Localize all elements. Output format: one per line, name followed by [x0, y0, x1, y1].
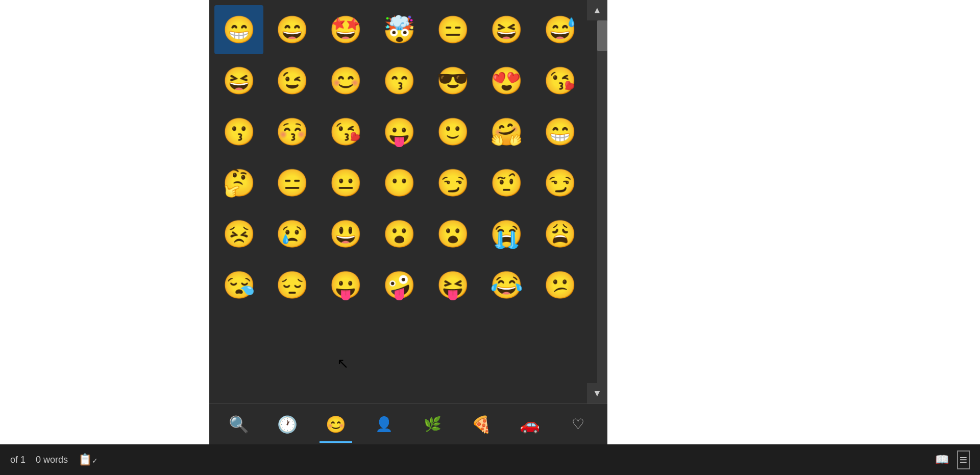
emoji-cell[interactable]: 😭: [482, 209, 531, 258]
status-bar-right: 📖 ≡: [935, 450, 970, 469]
book-view-icon[interactable]: 📖: [935, 453, 949, 466]
category-bar: 🔍 🕐 😊 👤 🌿 🍕 🚗 ♡: [209, 403, 607, 444]
emoji-cell[interactable]: 😶: [375, 158, 424, 207]
emoji-cell[interactable]: 😛: [322, 260, 371, 310]
emoji-cell[interactable]: 😗: [214, 107, 263, 156]
emoji-cell[interactable]: 😛: [375, 107, 424, 156]
emoji-cell[interactable]: 😃: [322, 209, 371, 258]
category-search[interactable]: 🔍: [218, 407, 259, 442]
emoji-cell[interactable]: 😔: [268, 260, 317, 310]
emoji-cell[interactable]: 😁: [214, 5, 263, 54]
emoji-cell[interactable]: 😂: [482, 260, 531, 310]
emoji-cell[interactable]: 😍: [482, 56, 531, 105]
emoji-cell[interactable]: 😮: [428, 209, 477, 258]
emoji-cell[interactable]: 😣: [214, 209, 263, 258]
scrollbar-track[interactable]: [597, 20, 607, 383]
category-people[interactable]: 👤: [364, 407, 405, 442]
emoji-cell[interactable]: 🙂: [428, 107, 477, 156]
emoji-cell[interactable]: 😘: [535, 56, 584, 105]
word-count: 0 words: [36, 455, 68, 465]
emoji-cell[interactable]: 😁: [535, 107, 584, 156]
proofing-icon[interactable]: 📋✓: [78, 453, 98, 466]
emoji-cell[interactable]: 😑: [268, 158, 317, 207]
emoji-cell[interactable]: 😉: [268, 56, 317, 105]
emoji-cell[interactable]: 😑: [428, 5, 477, 54]
emoji-cell[interactable]: 😐: [322, 158, 371, 207]
emoji-grid: 😁😄🤩🤯😑😆😅😆😉😊😙😎😍😘😗😚😘😛🙂🤗😁🤔😑😐😶😏🤨😏😣😢😃😮😮😭😩😪😔😛🤪😝…: [214, 5, 587, 310]
page-info: of 1: [10, 455, 26, 465]
emoji-cell[interactable]: 😆: [214, 56, 263, 105]
scroll-down-button[interactable]: ▼: [587, 383, 607, 403]
emoji-cell[interactable]: 🤨: [482, 158, 531, 207]
emoji-cell[interactable]: 😅: [535, 5, 584, 54]
category-heart[interactable]: ♡: [558, 407, 599, 442]
category-smileys[interactable]: 😊: [315, 407, 356, 442]
scroll-up-button[interactable]: ▲: [587, 0, 607, 20]
emoji-cell[interactable]: 😩: [535, 209, 584, 258]
category-travel[interactable]: 🚗: [509, 407, 550, 442]
emoji-cell[interactable]: 😢: [268, 209, 317, 258]
emoji-cell[interactable]: 😏: [428, 158, 477, 207]
emoji-cell[interactable]: 😆: [482, 5, 531, 54]
category-recent[interactable]: 🕐: [267, 407, 308, 442]
emoji-cell[interactable]: 😝: [428, 260, 477, 310]
emoji-cell[interactable]: 😘: [322, 107, 371, 156]
status-bar: of 1 0 words 📋✓ 📖 ≡: [0, 444, 980, 475]
emoji-cell[interactable]: 😙: [375, 56, 424, 105]
emoji-cell[interactable]: 😄: [268, 5, 317, 54]
emoji-cell[interactable]: 😕: [535, 260, 584, 310]
emoji-cell[interactable]: 😮: [375, 209, 424, 258]
emoji-panel: ▲ 😁😄🤩🤯😑😆😅😆😉😊😙😎😍😘😗😚😘😛🙂🤗😁🤔😑😐😶😏🤨😏😣😢😃😮😮😭😩😪😔😛…: [209, 0, 607, 444]
emoji-cell[interactable]: 🤩: [322, 5, 371, 54]
emoji-cell[interactable]: 🤪: [375, 260, 424, 310]
draft-view-icon[interactable]: ≡: [957, 450, 970, 469]
emoji-cell[interactable]: 😚: [268, 107, 317, 156]
emoji-cell[interactable]: 😊: [322, 56, 371, 105]
emoji-cell[interactable]: 🤔: [214, 158, 263, 207]
emoji-cell[interactable]: 😎: [428, 56, 477, 105]
emoji-cell[interactable]: 🤯: [375, 5, 424, 54]
emoji-cell[interactable]: 😪: [214, 260, 263, 310]
emoji-grid-container: 😁😄🤩🤯😑😆😅😆😉😊😙😎😍😘😗😚😘😛🙂🤗😁🤔😑😐😶😏🤨😏😣😢😃😮😮😭😩😪😔😛🤪😝…: [209, 0, 607, 403]
category-nature[interactable]: 🌿: [412, 407, 453, 442]
emoji-cell[interactable]: 😏: [535, 158, 584, 207]
emoji-cell[interactable]: 🤗: [482, 107, 531, 156]
scrollbar-thumb[interactable]: [597, 20, 607, 51]
category-food[interactable]: 🍕: [461, 407, 502, 442]
